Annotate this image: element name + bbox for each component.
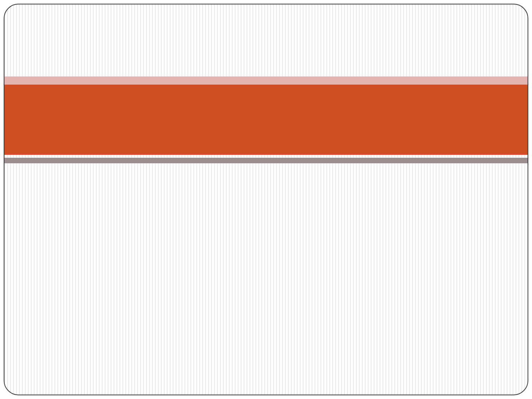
title-band-orange [4, 85, 528, 155]
slide-frame [4, 4, 528, 395]
accent-stripe-pink [4, 76, 528, 85]
accent-stripe-gray [4, 158, 528, 163]
